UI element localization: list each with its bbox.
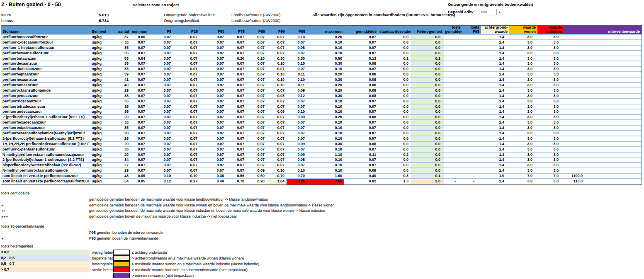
cell-standaarddeviatie[interactable]: 0.0 [378,61,411,66]
cell-eenheid[interactable]: ug/kg [90,51,111,56]
cell-industrie[interactable]: 3.0 [537,78,564,82]
cell-toets_p95[interactable] [462,83,481,87]
cell-p95[interactable]: 0.10 [287,168,307,173]
cell-p50[interactable]: 0.07 [199,147,226,152]
cell-stofnaam[interactable]: 2-(perfluorhexyl)ethaan-1-sulfonzuur (6:… [1,115,90,119]
cell-toets_p95[interactable] [462,51,481,56]
cell-wonen[interactable]: 3.0 [509,88,537,93]
cell-p75[interactable]: 0.07 [226,94,246,98]
cell-industrie[interactable]: 3.0 [537,61,564,66]
cell-p75[interactable]: 0.07 [226,99,246,104]
cell-eenheid[interactable]: ug/kg [90,56,111,61]
cell-wonen[interactable]: 3.0 [509,131,537,136]
cell-p50[interactable]: 0.07 [199,104,226,109]
cell-wonen[interactable]: 3.0 [509,142,537,146]
cell-toets_gemiddelde[interactable] [444,163,462,167]
header-cell-gemiddelde[interactable]: gemiddelde [344,26,378,34]
cell-aantal[interactable]: 35 [111,109,131,114]
cell-gemiddelde[interactable]: 0.08 [344,78,378,82]
cell-maximum[interactable]: 0.20 [307,35,344,39]
cell-p95[interactable]: 0.07 [287,104,307,109]
cell-minimum[interactable]: 0.07 [131,78,147,82]
cell-achtergrond[interactable]: 1.4 [481,35,509,39]
cell-heterogeniteit[interactable]: 0.0 [411,126,444,130]
cell-p95[interactable]: 0.10 [287,35,307,39]
header-cell-stofnaam[interactable]: Stofnaam [1,26,90,34]
cell-maximum[interactable]: 0.10 [307,120,344,125]
cell-p75[interactable]: 0.07 [226,158,246,162]
cell-p50[interactable]: 0.07 [199,78,226,82]
cell-wonen[interactable]: 3.0 [509,104,537,109]
cell-standaarddeviatie[interactable]: 0.0 [378,126,411,130]
cell-stofnaam[interactable]: N-methylperfluoroctaan sulfonamidoazijnz… [1,153,90,157]
cell-heterogeniteit[interactable]: 0.0 [411,168,444,173]
cell-industrie[interactable]: 3.0 [537,56,564,61]
cell-p90[interactable]: 0.07 [267,136,287,141]
cell-toets_p95[interactable] [462,35,481,39]
cell-p5[interactable]: 0.07 [147,88,173,93]
cell-p80[interactable]: 0.07 [246,46,267,50]
cell-standaarddeviatie[interactable]: 1.3 [378,179,411,184]
cell-interventie[interactable] [564,83,642,87]
cell-maximum[interactable]: 7.80 [307,179,344,184]
cell-p95[interactable]: 0.07 [287,67,307,71]
cell-gemiddelde[interactable]: 0.07 [344,120,378,125]
cell-interventie[interactable] [564,40,642,45]
cell-toets_gemiddelde[interactable] [444,46,462,50]
cell-achtergrond[interactable]: 1.9 [481,174,509,178]
cell-stofnaam[interactable]: perfluoroctaansulfonylamide(N-ethyl)azij… [1,131,90,136]
cell-aantal[interactable]: 35 [111,126,131,130]
cell-industrie[interactable]: 3.0 [537,179,564,184]
cell-toets_gemiddelde[interactable] [444,126,462,130]
cell-maximum[interactable]: 0.10 [307,136,344,141]
cell-p75[interactable]: 0.07 [226,120,246,125]
cell-p90[interactable]: 0.07 [267,46,287,50]
cell-toets_p95[interactable]: - [462,174,481,178]
cell-achtergrond[interactable]: 1.4 [481,67,509,71]
cell-industrie[interactable]: 3.0 [537,88,564,93]
cell-p75[interactable]: 0.07 [226,67,246,71]
cell-achtergrond[interactable]: 1.4 [481,40,509,45]
cell-p80[interactable]: 0.09 [246,168,267,173]
cell-standaarddeviatie[interactable]: 0.0 [378,147,411,152]
cell-toets_gemiddelde[interactable] [444,131,462,136]
cell-p95[interactable]: 0.07 [287,126,307,130]
cell-stofnaam[interactable]: perfluorhexadecaanzuur [1,120,90,125]
cell-p90[interactable]: 0.10 [267,168,287,173]
cell-p95[interactable]: 0.07 [287,99,307,104]
cell-maximum[interactable]: 0.10 [307,163,344,167]
cell-minimum[interactable]: 0.07 [131,104,147,109]
cell-p5[interactable]: 0.07 [147,142,173,146]
header-cell-p25[interactable]: P25 [173,26,199,34]
cell-minimum[interactable]: 0.07 [131,83,147,87]
cell-p80[interactable]: 0.07 [246,99,267,104]
cell-p25[interactable]: 0.07 [173,51,199,56]
cell-toets_p95[interactable] [462,56,481,61]
cell-p75[interactable]: 0.07 [226,72,246,77]
cell-stofnaam[interactable]: perfluoroctadecaanzuur [1,126,90,130]
cell-maximum[interactable]: 0.10 [307,168,344,173]
cell-p25[interactable]: 0.07 [173,115,199,119]
cell-p95[interactable]: 0.07 [287,163,307,167]
cell-gemiddelde[interactable]: 0.08 [344,88,378,93]
cell-p75[interactable]: 0.07 [226,83,246,87]
cell-standaarddeviatie[interactable]: 0.0 [378,168,411,173]
cell-p25[interactable]: 0.07 [173,35,199,39]
cell-p5[interactable]: 0.07 [147,163,173,167]
cell-industrie[interactable]: 3.0 [537,109,564,114]
cell-gemiddelde[interactable]: 0.07 [344,147,378,152]
cell-minimum[interactable]: 0.07 [131,46,147,50]
cell-stofnaam[interactable]: som lineair en vertakte perfluoroctaanzu… [1,174,90,178]
cell-toets_p95[interactable] [462,99,481,104]
cell-interventie[interactable] [564,46,642,50]
cell-p75[interactable]: 0.07 [226,88,246,93]
cell-wonen[interactable]: 3.0 [509,147,537,152]
cell-minimum[interactable]: 0.07 [131,158,147,162]
cell-p80[interactable]: 0.07 [246,61,267,66]
cell-p95[interactable]: 0.07 [287,136,307,141]
cell-industrie[interactable]: 3.0 [537,99,564,104]
cell-p75[interactable]: 0.07 [226,163,246,167]
cell-minimum[interactable]: 0.07 [131,67,147,71]
cell-interventie[interactable] [564,147,642,152]
header-cell-p90[interactable]: P90 [267,26,287,34]
